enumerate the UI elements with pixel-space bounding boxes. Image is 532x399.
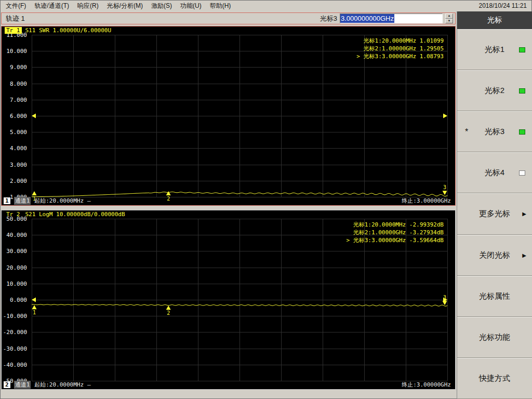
y-axis-tick: 30.000: [6, 248, 27, 255]
datetime: 2018/10/24 11:21: [478, 2, 532, 9]
y-axis-tick: 3.000: [10, 162, 27, 168]
y-axis-tick: 7.000: [10, 97, 27, 103]
softkey-marker-off[interactable]: 关闭光标▶: [457, 235, 532, 276]
menu-file[interactable]: 文件(F): [2, 0, 30, 12]
submenu-arrow-icon: ▶: [522, 211, 526, 217]
menu-bar: 文件(F)轨迹/通道(T)响应(R)光标/分析(M)激励(S)功能(U)帮助(H…: [0, 0, 532, 11]
menu-stimulus[interactable]: 激励(S): [147, 0, 176, 12]
ref-level-arrow-right[interactable]: [443, 114, 447, 118]
marker-off-led: [519, 170, 525, 176]
vna-application-window: 文件(F)轨迹/通道(T)响应(R)光标/分析(M)激励(S)功能(U)帮助(H…: [0, 0, 532, 399]
content-area: 轨迹 1 光标3 3.000000000GHz ▲ ▼ Tr 1 S11 SWR…: [0, 11, 532, 399]
stop-frequency: 终止:3.00000GHz: [402, 381, 451, 389]
y-axis-tick: 5.000: [10, 129, 27, 136]
y-axis-tick: -10.000: [3, 313, 27, 320]
trace2-chart-window[interactable]: Tr 2 S21 LogM 10.00000dB/0.00000dB 50.00…: [1, 210, 456, 390]
softkey-more-markers[interactable]: 更多光标▶: [457, 193, 532, 234]
marker-on-led: [519, 129, 525, 135]
sweep-indicator: —: [87, 381, 91, 388]
channel-badge: 2: [4, 381, 10, 388]
spinner-up-button[interactable]: ▲: [445, 14, 453, 19]
softkey-label: 关闭光标: [479, 250, 510, 260]
chart-title: Tr 2 S21 LogM 10.00000dB/0.00000dB: [5, 211, 125, 218]
softkey-panel-title: 光标: [457, 11, 532, 29]
marker-2-number: 2: [167, 310, 170, 316]
instrument-display: 轨迹 1 光标3 3.000000000GHz ▲ ▼ Tr 1 S11 SWR…: [0, 11, 457, 399]
sweep-indicator: —: [87, 197, 91, 204]
ref-level-arrow-left[interactable]: [32, 298, 36, 302]
y-axis-tick: 8.000: [10, 81, 27, 87]
softkey-marker-4[interactable]: 光标4: [457, 152, 532, 193]
softkey-label: 光标1: [485, 45, 504, 55]
chart-title-text: S21 LogM 10.00000dB/0.00000dB: [25, 211, 125, 218]
submenu-arrow-icon: ▶: [522, 252, 526, 258]
softkey-shortcut[interactable]: 快捷方式: [457, 358, 532, 399]
softkey-label: 光标功能: [479, 332, 510, 342]
marker-1-symbol[interactable]: [32, 191, 37, 195]
marker-3-symbol[interactable]: [443, 301, 447, 305]
marker-frequency-input[interactable]: 3.000000000GHz: [340, 14, 443, 23]
y-axis-tick: 10.000: [6, 281, 27, 287]
y-axis-tick: -30.000: [3, 345, 27, 352]
chart-title: Tr 1 S11 SWR 1.00000U/6.00000U: [5, 27, 111, 34]
y-axis-tick: 4.000: [10, 145, 27, 152]
start-frequency: 起始:20.0000MHz: [34, 197, 84, 205]
menu-trace-channel[interactable]: 轨迹/通道(T): [30, 0, 73, 12]
y-axis-tick: 0.000: [10, 297, 27, 303]
softkey-label: 光标属性: [479, 291, 510, 301]
menu-help[interactable]: 帮助(H): [206, 0, 235, 12]
y-axis-tick: -20.000: [3, 329, 27, 336]
softkey-buttons: 光标1光标2*光标3光标4更多光标▶关闭光标▶光标属性光标功能快捷方式: [457, 29, 532, 399]
marker-3-number: 3: [443, 295, 446, 300]
stop-frequency: 终止:3.00000GHz: [402, 197, 451, 205]
marker-readout: 光标1:20.0000MHz -2.99392dB光标2:1.00000GHz …: [346, 221, 444, 244]
marker-entry: 光标3 3.000000000GHz ▲ ▼: [320, 14, 453, 23]
start-frequency: 起始:20.0000MHz: [34, 381, 84, 389]
y-axis-tick: 2.000: [10, 178, 27, 184]
softkey-label: 更多光标: [479, 209, 510, 219]
marker-readout-line: 光标1:20.0000MHz 1.01099: [356, 37, 444, 45]
softkey-marker-properties[interactable]: 光标属性: [457, 276, 532, 317]
y-axis-tick: 10.000: [6, 48, 27, 55]
softkey-marker-1[interactable]: 光标1: [457, 29, 532, 70]
chart-title-text: S11 SWR 1.00000U/6.00000U: [25, 27, 112, 34]
trace1-chart-window[interactable]: Tr 1 S11 SWR 1.00000U/6.00000U 11.00010.…: [1, 26, 456, 206]
marker-readout-line: 光标2:1.00000GHz 1.29505: [356, 45, 444, 52]
trace-window-title: 轨迹 1: [2, 14, 25, 23]
marker-1-number: 1: [33, 310, 36, 315]
marker-readout-line: > 光标3:3.00000GHz 1.08793: [356, 52, 444, 60]
marker-entry-label: 光标3: [320, 14, 337, 23]
marker-2-symbol[interactable]: [166, 305, 171, 310]
trace-label: Tr 2: [5, 211, 22, 218]
softkey-label: 光标3: [485, 127, 504, 137]
softkey-panel: 光标 光标1光标2*光标3光标4更多光标▶关闭光标▶光标属性光标功能快捷方式: [457, 11, 532, 399]
channel-label: 通道1: [14, 197, 31, 205]
marker-on-led: [519, 88, 525, 94]
softkey-marker-function[interactable]: 光标功能: [457, 317, 532, 358]
marker-readout-line: 光标1:20.0000MHz -2.99392dB: [346, 221, 444, 229]
softkey-marker-2[interactable]: 光标2: [457, 70, 532, 111]
toolbar: 轨迹 1 光标3 3.000000000GHz ▲ ▼: [1, 12, 456, 24]
channel-badge: 1: [4, 197, 10, 204]
menu-utility[interactable]: 功能(U): [176, 0, 206, 12]
softkey-marker-3[interactable]: *光标3: [457, 111, 532, 152]
marker-1-symbol[interactable]: [32, 305, 37, 309]
y-axis-tick: 40.000: [6, 232, 27, 238]
marker-3-symbol[interactable]: [443, 191, 447, 195]
y-axis-labels: 50.00040.00030.00020.00010.0000.000-10.0…: [2, 210, 30, 389]
y-axis-tick: -40.000: [3, 362, 27, 368]
channel-label: 通道1: [14, 381, 31, 389]
ref-level-arrow-left[interactable]: [32, 114, 36, 118]
menu-marker-analysis[interactable]: 光标/分析(M): [103, 0, 147, 12]
channel-status-bar: 2 通道1 起始:20.0000MHz — 终止:3.00000GHz: [4, 381, 451, 388]
marker-on-led: [519, 47, 525, 52]
marker-2-symbol[interactable]: [166, 191, 171, 195]
marker-readout: 光标1:20.0000MHz 1.01099光标2:1.00000GHz 1.2…: [356, 37, 444, 60]
frequency-spinner: ▲ ▼: [445, 14, 453, 23]
y-axis-tick: 6.000: [10, 113, 27, 119]
spinner-down-button[interactable]: ▼: [445, 19, 453, 24]
menu-response[interactable]: 响应(R): [73, 0, 103, 12]
marker-readout-line: 光标2:1.00000GHz -3.27934dB: [346, 229, 444, 236]
softkey-label: 光标2: [485, 86, 504, 96]
trace-label: Tr 1: [5, 27, 22, 34]
